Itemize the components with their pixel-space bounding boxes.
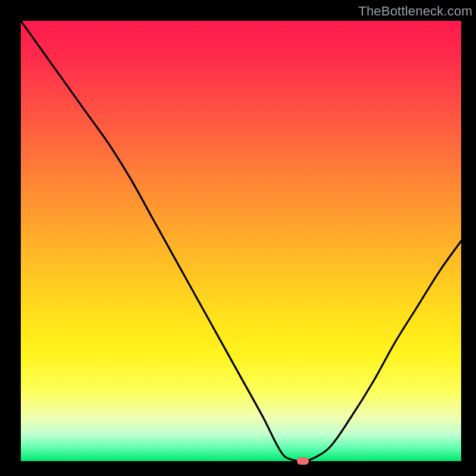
optimal-marker xyxy=(297,458,309,465)
curve-svg xyxy=(21,21,461,461)
plot-area xyxy=(21,21,461,461)
chart-frame: TheBottleneck.com xyxy=(0,0,476,476)
attribution-text: TheBottleneck.com xyxy=(358,4,472,19)
bottleneck-curve xyxy=(21,21,461,461)
